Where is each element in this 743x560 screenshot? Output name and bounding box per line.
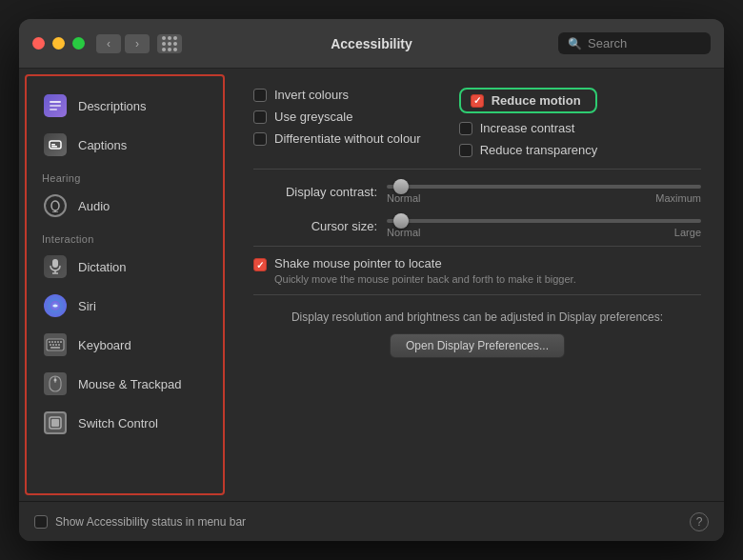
open-display-preferences-button[interactable]: Open Display Preferences... xyxy=(390,333,565,358)
cursor-size-slider-labels: Normal Large xyxy=(387,227,701,238)
descriptions-icon xyxy=(42,92,69,119)
svg-rect-18 xyxy=(60,341,62,343)
show-accessibility-row[interactable]: Show Accessibility status in menu bar xyxy=(34,515,246,529)
sidebar-descriptions-label: Descriptions xyxy=(78,99,147,113)
cursor-size-row: Cursor size: Normal Large xyxy=(253,213,701,238)
increase-contrast-checkbox[interactable] xyxy=(459,122,472,135)
svg-rect-21 xyxy=(55,344,57,346)
divider-1 xyxy=(253,169,701,170)
show-accessibility-label: Show Accessibility status in menu bar xyxy=(55,515,246,529)
display-contrast-thumb[interactable] xyxy=(393,179,409,194)
window-title: Accessibility xyxy=(331,36,412,51)
mouse-icon xyxy=(42,370,69,397)
display-contrast-track[interactable] xyxy=(387,185,701,189)
sidebar-item-switch-control[interactable]: Switch Control xyxy=(30,404,219,442)
sidebar-item-captions[interactable]: Captions xyxy=(30,126,219,164)
close-button[interactable] xyxy=(32,37,45,50)
help-button[interactable]: ? xyxy=(690,512,709,531)
bottom-bar: Show Accessibility status in menu bar ? xyxy=(19,501,724,541)
main-window: ‹ › Accessibility 🔍 Search xyxy=(19,19,724,541)
invert-colours-item[interactable]: Invert colours xyxy=(253,88,421,102)
reduce-transparency-item[interactable]: Reduce transparency xyxy=(459,143,598,157)
show-accessibility-checkbox[interactable] xyxy=(34,515,48,529)
display-note: Display resolution and brightness can be… xyxy=(253,310,701,324)
display-contrast-max-label: Maximum xyxy=(655,192,701,204)
checkboxes-area: Invert colours Use greyscale Differentia… xyxy=(253,88,701,157)
sidebar-captions-label: Captions xyxy=(78,138,127,152)
captions-icon xyxy=(42,131,69,158)
svg-rect-20 xyxy=(52,344,54,346)
svg-rect-17 xyxy=(57,341,59,343)
sidebar-keyboard-label: Keyboard xyxy=(78,338,131,352)
svg-rect-1 xyxy=(50,105,61,107)
content-area: Descriptions Captions Hearing xyxy=(19,69,724,501)
right-checkbox-col: Reduce motion Increase contrast Reduce t… xyxy=(459,88,598,157)
cursor-size-label: Cursor size: xyxy=(253,219,377,233)
grid-button[interactable] xyxy=(157,34,182,53)
search-bar[interactable]: 🔍 Search xyxy=(558,32,711,54)
svg-rect-4 xyxy=(51,144,55,146)
svg-rect-19 xyxy=(50,344,51,346)
differentiate-colour-checkbox[interactable] xyxy=(253,132,267,146)
sidebar-item-mouse-trackpad[interactable]: Mouse & Trackpad xyxy=(30,365,219,403)
svg-rect-22 xyxy=(58,344,60,346)
search-icon: 🔍 xyxy=(568,37,582,50)
shake-mouse-title: Shake mouse pointer to locate xyxy=(274,256,576,270)
cursor-size-min-label: Normal xyxy=(387,227,420,238)
shake-mouse-description: Quickly move the mouse pointer back and … xyxy=(274,273,576,285)
reduce-transparency-checkbox[interactable] xyxy=(459,144,472,157)
use-greyscale-item[interactable]: Use greyscale xyxy=(253,110,421,124)
main-panel: Invert colours Use greyscale Differentia… xyxy=(231,69,724,501)
divider-3 xyxy=(253,294,701,295)
sidebar-item-audio[interactable]: Audio xyxy=(30,187,219,225)
back-button[interactable]: ‹ xyxy=(96,34,121,53)
use-greyscale-checkbox[interactable] xyxy=(253,110,267,124)
reduce-motion-label: Reduce motion xyxy=(492,93,581,108)
svg-rect-5 xyxy=(51,146,57,148)
display-contrast-min-label: Normal xyxy=(387,192,420,204)
cursor-size-max-label: Large xyxy=(674,227,701,238)
shake-mouse-row: Shake mouse pointer to locate Quickly mo… xyxy=(253,256,701,285)
increase-contrast-item[interactable]: Increase contrast xyxy=(459,121,598,135)
svg-point-26 xyxy=(54,379,57,382)
sidebar-item-dictation[interactable]: Dictation xyxy=(30,248,219,286)
display-contrast-slider-labels: Normal Maximum xyxy=(387,192,701,204)
differentiate-colour-item[interactable]: Differentiate without colour xyxy=(253,131,421,146)
display-contrast-slider-container: Normal Maximum xyxy=(387,179,701,204)
reduce-motion-checkbox[interactable] xyxy=(471,94,484,108)
traffic-lights xyxy=(32,37,85,50)
use-greyscale-label: Use greyscale xyxy=(274,110,352,124)
cursor-size-thumb[interactable] xyxy=(393,213,409,229)
cursor-size-slider-container: Normal Large xyxy=(387,213,701,238)
cursor-size-track[interactable] xyxy=(387,219,701,223)
shake-mouse-checkbox[interactable] xyxy=(253,258,267,271)
display-contrast-label: Display contrast: xyxy=(253,185,377,199)
sidebar-item-siri[interactable]: Siri xyxy=(30,287,219,325)
nav-buttons: ‹ › xyxy=(96,34,182,53)
audio-icon xyxy=(42,192,69,219)
reduce-motion-item[interactable]: Reduce motion xyxy=(459,88,598,113)
switch-control-icon xyxy=(42,410,69,436)
forward-button[interactable]: › xyxy=(125,34,150,53)
search-placeholder: Search xyxy=(588,36,627,50)
minimize-button[interactable] xyxy=(52,37,65,50)
maximize-button[interactable] xyxy=(72,37,85,50)
shake-mouse-text: Shake mouse pointer to locate Quickly mo… xyxy=(274,256,576,285)
sidebar-item-keyboard[interactable]: Keyboard xyxy=(30,326,219,364)
siri-icon xyxy=(42,292,69,319)
svg-rect-16 xyxy=(54,341,56,343)
svg-rect-14 xyxy=(49,341,50,343)
titlebar: ‹ › Accessibility 🔍 Search xyxy=(19,19,724,69)
sidebar-mouse-trackpad-label: Mouse & Trackpad xyxy=(78,377,181,391)
sidebar-switch-control-label: Switch Control xyxy=(78,416,158,430)
svg-rect-2 xyxy=(50,109,57,110)
svg-rect-9 xyxy=(52,259,58,268)
invert-colours-label: Invert colours xyxy=(274,88,349,102)
sidebar-item-descriptions[interactable]: Descriptions xyxy=(30,87,219,125)
display-contrast-row: Display contrast: Normal Maximum xyxy=(253,179,701,204)
invert-colours-checkbox[interactable] xyxy=(253,89,267,102)
dictation-icon xyxy=(42,253,69,280)
increase-contrast-label: Increase contrast xyxy=(480,121,575,135)
svg-point-6 xyxy=(51,201,59,210)
svg-rect-28 xyxy=(51,419,59,427)
